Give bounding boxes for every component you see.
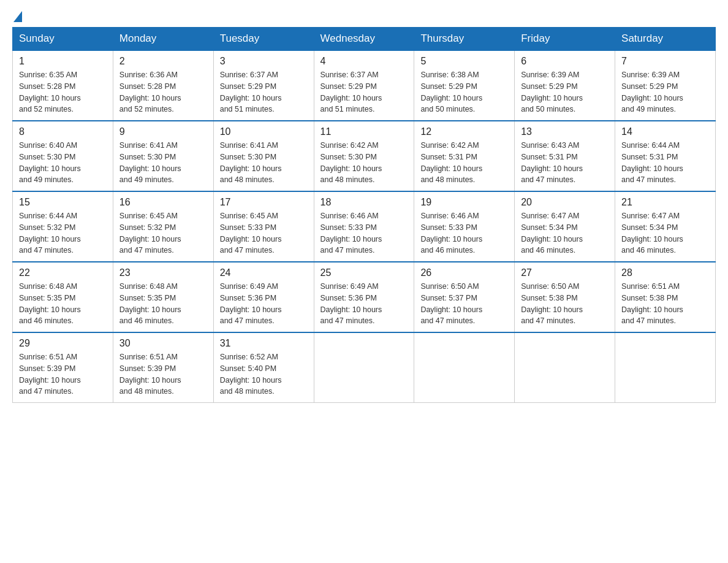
day-info: Sunrise: 6:42 AM Sunset: 5:30 PM Dayligh… <box>320 140 408 186</box>
calendar-table: SundayMondayTuesdayWednesdayThursdayFrid… <box>12 27 716 403</box>
calendar-week-row: 15 Sunrise: 6:44 AM Sunset: 5:32 PM Dayl… <box>13 191 716 262</box>
day-info: Sunrise: 6:39 AM Sunset: 5:29 PM Dayligh… <box>621 69 709 115</box>
day-info: Sunrise: 6:37 AM Sunset: 5:29 PM Dayligh… <box>220 69 308 115</box>
day-number: 22 <box>19 267 107 278</box>
calendar-day-cell: 22 Sunrise: 6:48 AM Sunset: 5:35 PM Dayl… <box>13 262 113 332</box>
day-info: Sunrise: 6:47 AM Sunset: 5:34 PM Dayligh… <box>621 210 709 256</box>
day-number: 18 <box>320 197 408 208</box>
calendar-day-cell: 21 Sunrise: 6:47 AM Sunset: 5:34 PM Dayl… <box>615 191 716 262</box>
calendar-header-wednesday: Wednesday <box>314 28 414 51</box>
day-info: Sunrise: 6:46 AM Sunset: 5:33 PM Dayligh… <box>420 210 508 256</box>
day-number: 17 <box>220 197 308 208</box>
day-info: Sunrise: 6:38 AM Sunset: 5:29 PM Dayligh… <box>420 69 508 115</box>
day-info: Sunrise: 6:48 AM Sunset: 5:35 PM Dayligh… <box>19 281 107 327</box>
calendar-day-cell: 18 Sunrise: 6:46 AM Sunset: 5:33 PM Dayl… <box>314 191 414 262</box>
day-number: 2 <box>119 56 207 67</box>
day-info: Sunrise: 6:51 AM Sunset: 5:39 PM Dayligh… <box>19 351 107 397</box>
calendar-week-row: 29 Sunrise: 6:51 AM Sunset: 5:39 PM Dayl… <box>13 332 716 403</box>
calendar-day-cell: 6 Sunrise: 6:39 AM Sunset: 5:29 PM Dayli… <box>515 50 615 121</box>
day-info: Sunrise: 6:51 AM Sunset: 5:38 PM Dayligh… <box>621 281 709 327</box>
day-info: Sunrise: 6:50 AM Sunset: 5:38 PM Dayligh… <box>521 281 609 327</box>
day-info: Sunrise: 6:42 AM Sunset: 5:31 PM Dayligh… <box>420 140 508 186</box>
calendar-day-cell <box>314 332 414 403</box>
logo-triangle-icon <box>13 11 22 22</box>
day-info: Sunrise: 6:47 AM Sunset: 5:34 PM Dayligh… <box>521 210 609 256</box>
day-info: Sunrise: 6:37 AM Sunset: 5:29 PM Dayligh… <box>320 69 408 115</box>
calendar-day-cell: 10 Sunrise: 6:41 AM Sunset: 5:30 PM Dayl… <box>213 121 314 191</box>
calendar-day-cell: 14 Sunrise: 6:44 AM Sunset: 5:31 PM Dayl… <box>615 121 716 191</box>
day-number: 27 <box>521 267 609 278</box>
calendar-week-row: 8 Sunrise: 6:40 AM Sunset: 5:30 PM Dayli… <box>13 121 716 191</box>
calendar-day-cell: 28 Sunrise: 6:51 AM Sunset: 5:38 PM Dayl… <box>615 262 716 332</box>
calendar-day-cell: 29 Sunrise: 6:51 AM Sunset: 5:39 PM Dayl… <box>13 332 113 403</box>
day-info: Sunrise: 6:46 AM Sunset: 5:33 PM Dayligh… <box>320 210 408 256</box>
calendar-header-row: SundayMondayTuesdayWednesdayThursdayFrid… <box>13 28 716 51</box>
day-info: Sunrise: 6:45 AM Sunset: 5:32 PM Dayligh… <box>119 210 207 256</box>
day-info: Sunrise: 6:45 AM Sunset: 5:33 PM Dayligh… <box>220 210 308 256</box>
page-header <box>12 12 716 21</box>
day-number: 11 <box>320 126 408 137</box>
logo-text <box>12 12 23 23</box>
day-info: Sunrise: 6:49 AM Sunset: 5:36 PM Dayligh… <box>320 281 408 327</box>
calendar-header-thursday: Thursday <box>414 28 515 51</box>
calendar-day-cell: 26 Sunrise: 6:50 AM Sunset: 5:37 PM Dayl… <box>414 262 515 332</box>
calendar-day-cell: 11 Sunrise: 6:42 AM Sunset: 5:30 PM Dayl… <box>314 121 414 191</box>
calendar-day-cell <box>615 332 716 403</box>
day-number: 3 <box>220 56 308 67</box>
calendar-header-friday: Friday <box>515 28 615 51</box>
day-number: 12 <box>420 126 508 137</box>
day-info: Sunrise: 6:39 AM Sunset: 5:29 PM Dayligh… <box>521 69 609 115</box>
day-number: 31 <box>220 338 308 349</box>
day-number: 4 <box>320 56 408 67</box>
calendar-week-row: 22 Sunrise: 6:48 AM Sunset: 5:35 PM Dayl… <box>13 262 716 332</box>
day-number: 1 <box>19 56 107 67</box>
day-number: 30 <box>119 338 207 349</box>
day-number: 6 <box>521 56 609 67</box>
logo <box>12 12 23 21</box>
day-number: 19 <box>420 197 508 208</box>
day-number: 7 <box>621 56 709 67</box>
day-number: 20 <box>521 197 609 208</box>
day-info: Sunrise: 6:48 AM Sunset: 5:35 PM Dayligh… <box>119 281 207 327</box>
day-info: Sunrise: 6:35 AM Sunset: 5:28 PM Dayligh… <box>19 69 107 115</box>
day-number: 13 <box>521 126 609 137</box>
day-number: 14 <box>621 126 709 137</box>
day-info: Sunrise: 6:51 AM Sunset: 5:39 PM Dayligh… <box>119 351 207 397</box>
calendar-day-cell: 13 Sunrise: 6:43 AM Sunset: 5:31 PM Dayl… <box>515 121 615 191</box>
day-number: 26 <box>420 267 508 278</box>
day-info: Sunrise: 6:44 AM Sunset: 5:32 PM Dayligh… <box>19 210 107 256</box>
calendar-day-cell: 23 Sunrise: 6:48 AM Sunset: 5:35 PM Dayl… <box>113 262 213 332</box>
day-number: 25 <box>320 267 408 278</box>
calendar-day-cell: 9 Sunrise: 6:41 AM Sunset: 5:30 PM Dayli… <box>113 121 213 191</box>
calendar-header-tuesday: Tuesday <box>213 28 314 51</box>
calendar-day-cell: 16 Sunrise: 6:45 AM Sunset: 5:32 PM Dayl… <box>113 191 213 262</box>
day-number: 16 <box>119 197 207 208</box>
calendar-day-cell: 12 Sunrise: 6:42 AM Sunset: 5:31 PM Dayl… <box>414 121 515 191</box>
calendar-header-monday: Monday <box>113 28 213 51</box>
calendar-day-cell: 30 Sunrise: 6:51 AM Sunset: 5:39 PM Dayl… <box>113 332 213 403</box>
day-number: 28 <box>621 267 709 278</box>
day-info: Sunrise: 6:41 AM Sunset: 5:30 PM Dayligh… <box>119 140 207 186</box>
calendar-day-cell: 8 Sunrise: 6:40 AM Sunset: 5:30 PM Dayli… <box>13 121 113 191</box>
calendar-day-cell: 17 Sunrise: 6:45 AM Sunset: 5:33 PM Dayl… <box>213 191 314 262</box>
calendar-day-cell: 25 Sunrise: 6:49 AM Sunset: 5:36 PM Dayl… <box>314 262 414 332</box>
calendar-day-cell: 5 Sunrise: 6:38 AM Sunset: 5:29 PM Dayli… <box>414 50 515 121</box>
calendar-day-cell <box>414 332 515 403</box>
calendar-day-cell: 27 Sunrise: 6:50 AM Sunset: 5:38 PM Dayl… <box>515 262 615 332</box>
day-number: 23 <box>119 267 207 278</box>
calendar-day-cell <box>515 332 615 403</box>
calendar-day-cell: 24 Sunrise: 6:49 AM Sunset: 5:36 PM Dayl… <box>213 262 314 332</box>
calendar-day-cell: 20 Sunrise: 6:47 AM Sunset: 5:34 PM Dayl… <box>515 191 615 262</box>
day-number: 15 <box>19 197 107 208</box>
calendar-day-cell: 15 Sunrise: 6:44 AM Sunset: 5:32 PM Dayl… <box>13 191 113 262</box>
calendar-day-cell: 19 Sunrise: 6:46 AM Sunset: 5:33 PM Dayl… <box>414 191 515 262</box>
calendar-day-cell: 7 Sunrise: 6:39 AM Sunset: 5:29 PM Dayli… <box>615 50 716 121</box>
calendar-header-sunday: Sunday <box>13 28 113 51</box>
day-number: 5 <box>420 56 508 67</box>
day-info: Sunrise: 6:49 AM Sunset: 5:36 PM Dayligh… <box>220 281 308 327</box>
day-number: 21 <box>621 197 709 208</box>
day-info: Sunrise: 6:43 AM Sunset: 5:31 PM Dayligh… <box>521 140 609 186</box>
day-info: Sunrise: 6:36 AM Sunset: 5:28 PM Dayligh… <box>119 69 207 115</box>
day-number: 10 <box>220 126 308 137</box>
day-number: 9 <box>119 126 207 137</box>
